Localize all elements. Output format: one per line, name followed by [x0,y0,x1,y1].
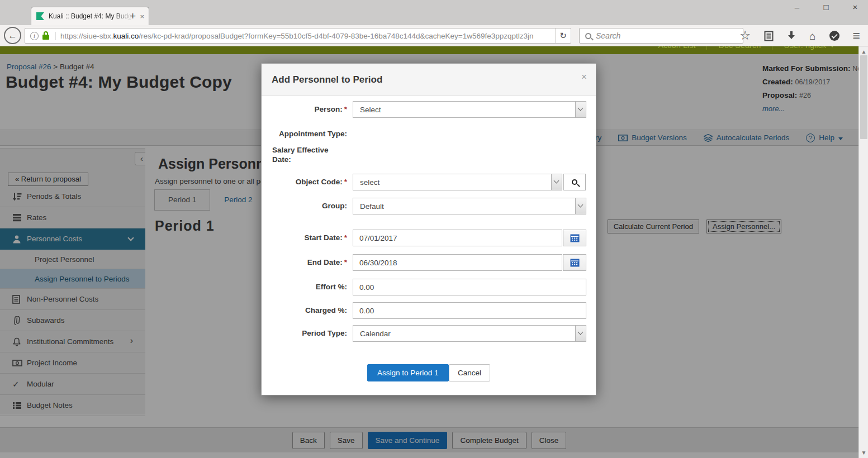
effort-percent-label: Effort %: [267,279,347,295]
add-personnel-modal: Add Personnel to Period × Person:* Selec… [261,63,596,395]
calendar-icon [570,234,580,242]
user-menu[interactable]: User: nglick [772,46,846,50]
group-label: Group: [267,198,347,214]
tab-title: Kuali :: Budget #4: My Budg [49,12,132,20]
menu-icon[interactable]: ≡ [853,30,860,42]
object-code-label: Object Code:* [267,174,347,190]
downloads-icon[interactable] [787,31,796,41]
url-text: https://siue-sbx.kuali.co/res/kc-pd-krad… [55,32,555,40]
start-date-input[interactable] [353,230,562,246]
home-icon[interactable]: ⌂ [809,31,815,41]
new-tab-button[interactable]: + [130,10,136,22]
window-minimize-button[interactable]: – [791,2,803,12]
end-date-label: End Date:* [267,254,347,271]
reload-button[interactable]: ↻ [555,28,571,43]
required-marker: * [344,105,347,113]
person-select[interactable]: Select [353,101,586,118]
caret-down-icon [830,46,834,47]
modal-close-icon[interactable]: × [581,71,587,83]
window-maximize-button[interactable]: □ [820,2,832,12]
toolbar-icons: ☆ ⌂ ≡ [739,25,860,46]
start-date-label: Start Date:* [267,230,347,246]
search-input[interactable] [596,31,724,40]
window-controls: – □ × [791,2,861,12]
scroll-up-icon[interactable]: ▲ [859,49,868,55]
required-marker: * [344,258,347,266]
browser-toolbar: ← i https://siue-sbx.kuali.co/res/kc-pd-… [0,25,868,46]
required-marker: * [344,233,347,242]
select-arrow-icon[interactable] [575,102,586,117]
select-arrow-icon[interactable] [575,198,586,214]
group-select[interactable]: Default [353,198,586,214]
end-date-calendar-button[interactable] [563,254,586,271]
assign-to-period-button[interactable]: Assign to Period 1 [367,364,449,381]
object-code-select[interactable]: select [353,174,562,190]
bookmark-star-icon[interactable]: ☆ [739,30,751,42]
appointment-type-label: Appointment Type: [267,126,347,142]
kuali-logo-icon [36,12,45,21]
start-date-calendar-button[interactable] [563,230,586,246]
charged-percent-input[interactable] [353,302,586,319]
charged-percent-label: Charged %: [267,302,347,319]
page-scrollbar[interactable]: ▲ ▼ [858,46,868,458]
period-type-label: Period Type: [267,325,347,342]
end-date-input[interactable] [353,254,562,271]
cancel-button[interactable]: Cancel [449,364,490,381]
app-header-bar: Action List Doc Search User: nglick [0,46,868,54]
back-button[interactable]: ← [4,27,21,44]
modal-title: Add Personnel to Period [272,74,382,85]
search-icon [572,179,577,185]
doc-search-link[interactable]: Doc Search [706,46,772,50]
required-marker: * [344,178,347,186]
browser-titlebar: Kuali :: Budget #4: My Budg × + – □ × [0,0,868,25]
person-label: Person:* [267,101,347,118]
select-arrow-icon[interactable] [551,174,562,190]
action-list-link[interactable]: Action List [647,46,707,50]
https-lock-icon[interactable] [42,31,50,40]
pocket-icon[interactable] [829,31,839,41]
scroll-down-icon[interactable]: ▼ [859,450,868,456]
calendar-icon [570,259,580,267]
tab-close-icon[interactable]: × [140,12,144,21]
search-bar[interactable] [579,28,743,44]
search-icon [585,33,591,39]
address-bar[interactable]: i https://siue-sbx.kuali.co/res/kc-pd-kr… [25,28,571,44]
scrollbar-thumb[interactable] [860,55,867,139]
salary-effective-date-label: Salary Effective Date: [272,145,342,164]
window-close-button[interactable]: × [849,2,861,12]
period-type-select[interactable]: Calendar [353,325,586,342]
select-arrow-icon[interactable] [575,326,586,341]
effort-percent-input[interactable] [353,279,586,295]
modal-header: Add Personnel to Period × [262,64,596,96]
bookmarks-library-icon[interactable] [764,31,774,41]
site-info-icon[interactable]: i [30,32,39,40]
object-code-search-button[interactable] [563,174,586,190]
